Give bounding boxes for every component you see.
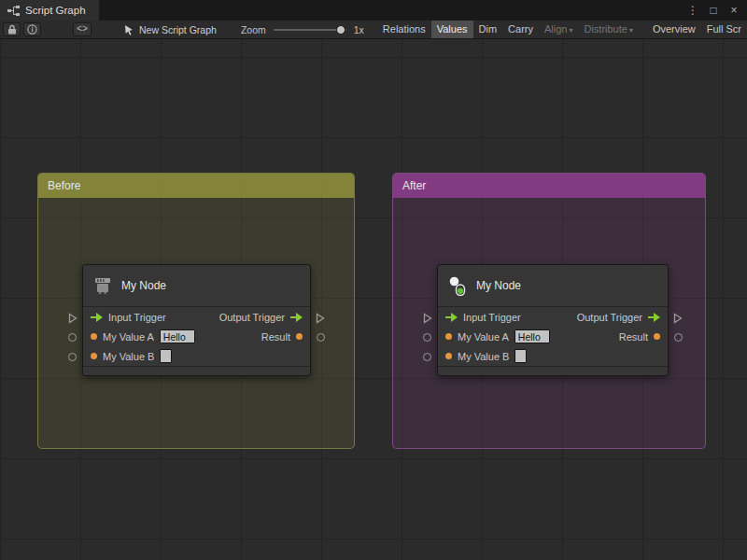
group-title: After xyxy=(402,179,426,192)
value-b-input[interactable] xyxy=(160,349,172,363)
distribute-label: Distribute xyxy=(584,23,627,35)
port-my-value-b[interactable]: My Value B xyxy=(91,349,172,363)
node-header[interactable]: My Node xyxy=(438,265,668,307)
value-port-icon xyxy=(296,333,303,340)
distribute-dropdown[interactable]: Distribute▾ xyxy=(578,21,638,39)
port-label: My Value A xyxy=(458,331,509,343)
dim-button[interactable]: Dim xyxy=(473,21,503,39)
value-b-input[interactable] xyxy=(514,349,527,363)
port-label: My Value A xyxy=(103,331,154,343)
tab-script-graph[interactable]: Script Graph xyxy=(0,0,99,21)
group-before-header[interactable]: Before xyxy=(38,174,354,198)
code-icon: <> xyxy=(77,24,88,35)
node-title: My Node xyxy=(121,279,166,292)
port-label: Input Trigger xyxy=(463,312,521,323)
node-ports: Input Trigger Output Trigger My Value A xyxy=(438,307,668,366)
group-title: Before xyxy=(48,179,80,192)
port-input-trigger[interactable]: Input Trigger xyxy=(91,312,166,323)
kebab-menu-icon[interactable]: ⋮ xyxy=(685,3,700,18)
port-input-trigger[interactable]: Input Trigger xyxy=(445,312,521,323)
window-controls: ⋮ □ × xyxy=(685,0,747,21)
value-port-icon xyxy=(445,353,452,359)
node-footer xyxy=(83,366,310,375)
new-script-graph-label: New Script Graph xyxy=(139,24,217,35)
node-title: My Node xyxy=(476,279,521,292)
node-ports: Input Trigger Output Trigger My Value A xyxy=(83,307,310,366)
value-a-input[interactable] xyxy=(160,329,195,343)
port-label: Input Trigger xyxy=(108,312,166,323)
align-dropdown[interactable]: Align▾ xyxy=(539,21,578,39)
value-port-icon xyxy=(654,333,660,340)
value-port-icon xyxy=(445,333,452,340)
lock-icon xyxy=(7,24,17,35)
port-my-value-a[interactable]: My Value A xyxy=(91,329,195,343)
values-button[interactable]: Values xyxy=(431,21,473,39)
value-port-icon xyxy=(91,353,97,359)
chevron-down-icon: ▾ xyxy=(629,26,633,35)
flow-arrow-icon xyxy=(445,313,458,322)
toggle-unit-icon xyxy=(447,275,468,296)
zoom-slider-handle[interactable] xyxy=(336,25,345,35)
flow-port-connector[interactable] xyxy=(423,313,432,324)
port-result[interactable]: Result xyxy=(261,331,303,343)
graph-toolbar: <> New Script Graph Zoom 1x Relations Va… xyxy=(0,21,747,39)
code-view-button[interactable]: <> xyxy=(73,22,92,36)
port-label: My Value B xyxy=(103,351,154,362)
port-label: Result xyxy=(261,331,290,343)
port-result[interactable]: Result xyxy=(619,331,660,343)
port-label: Output Trigger xyxy=(219,312,285,323)
toolbar-buttons-right: Overview Full Scr xyxy=(647,21,747,39)
group-after-header[interactable]: After xyxy=(393,174,705,198)
graph-canvas[interactable]: Before After xyxy=(0,39,747,560)
chevron-down-icon: ▾ xyxy=(569,26,572,35)
zoom-value: 1x xyxy=(354,24,364,35)
flow-port-connector[interactable] xyxy=(68,313,78,324)
value-a-input[interactable] xyxy=(514,329,550,343)
port-my-value-b[interactable]: My Value B xyxy=(445,349,527,363)
carry-button[interactable]: Carry xyxy=(502,21,539,39)
value-port-connector[interactable] xyxy=(68,353,77,361)
flow-arrow-icon xyxy=(91,313,103,322)
cursor-icon xyxy=(123,24,134,35)
value-port-icon xyxy=(91,333,97,340)
tab-title: Script Graph xyxy=(25,5,86,16)
script-graph-window: Script Graph ⋮ □ × <> xyxy=(0,0,747,560)
node-my-node-after[interactable]: My Node Input Trigger Output Trigger xyxy=(437,264,669,376)
value-port-connector[interactable] xyxy=(423,333,431,342)
lock-button[interactable] xyxy=(3,22,21,36)
info-button[interactable] xyxy=(23,22,41,36)
toolbar-buttons: Relations Values Dim Carry Align▾ Distri… xyxy=(377,21,639,39)
value-port-connector[interactable] xyxy=(68,333,77,342)
port-output-trigger[interactable]: Output Trigger xyxy=(219,312,303,323)
port-output-trigger[interactable]: Output Trigger xyxy=(577,312,660,323)
zoom-slider[interactable] xyxy=(274,24,346,35)
value-port-connector[interactable] xyxy=(423,353,431,361)
node-header[interactable]: My Node xyxy=(83,265,310,307)
port-my-value-a[interactable]: My Value A xyxy=(445,329,550,343)
title-bar: Script Graph ⋮ □ × xyxy=(0,0,747,21)
overview-button[interactable]: Overview xyxy=(647,21,701,39)
flow-arrow-icon xyxy=(648,313,660,322)
relations-button[interactable]: Relations xyxy=(377,21,431,39)
new-script-graph-button[interactable]: New Script Graph xyxy=(123,24,217,35)
port-label: Result xyxy=(619,331,648,343)
info-icon xyxy=(27,24,37,35)
zoom-label: Zoom xyxy=(241,24,266,35)
flow-arrow-icon xyxy=(290,313,303,322)
maximize-icon[interactable]: □ xyxy=(706,3,721,18)
node-my-node-before[interactable]: My Node Input Trigger Output Trigger xyxy=(82,264,311,376)
port-label: Output Trigger xyxy=(577,312,642,323)
value-port-connector[interactable] xyxy=(674,333,683,342)
value-port-connector[interactable] xyxy=(317,333,325,342)
port-label: My Value B xyxy=(458,351,509,362)
flow-port-connector[interactable] xyxy=(316,313,325,324)
align-label: Align xyxy=(544,23,567,35)
close-icon[interactable]: × xyxy=(726,3,741,18)
flow-port-connector[interactable] xyxy=(673,313,683,324)
zoom-control: Zoom 1x xyxy=(241,24,364,35)
graph-icon xyxy=(7,6,20,16)
machine-unit-icon xyxy=(92,275,113,296)
node-footer xyxy=(438,366,668,375)
fullscreen-button[interactable]: Full Scr xyxy=(701,21,747,39)
